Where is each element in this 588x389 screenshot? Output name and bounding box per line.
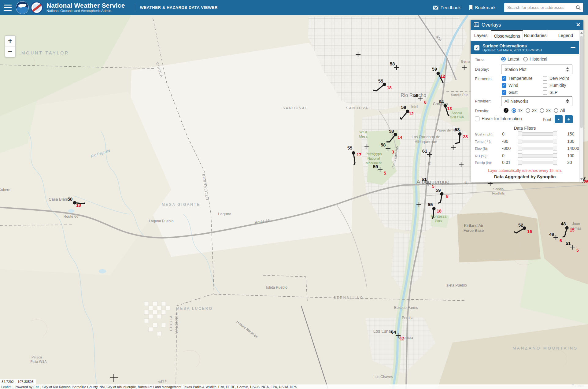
search-box <box>504 3 583 12</box>
station-temperature: 51 <box>566 241 571 246</box>
gust-filter-slider[interactable] <box>518 132 557 136</box>
map-label: Route 66 <box>64 214 79 219</box>
map-label: Laguna <box>218 212 231 216</box>
station-dot <box>394 133 397 136</box>
temp-filter-max: 130 <box>567 139 574 144</box>
rh-filter-max: 100 <box>567 153 574 158</box>
tab-boundaries[interactable]: Boundaries <box>523 30 548 41</box>
bookmark-icon <box>469 5 473 10</box>
station-dot <box>458 132 462 136</box>
precip-filter-min: 0.01 <box>502 160 510 165</box>
density-info-icon[interactable]: i <box>504 108 508 113</box>
map-label: MOUNT TAYLOR <box>21 50 69 55</box>
scroll-up-icon[interactable] <box>580 32 583 34</box>
panel-scrollbar[interactable] <box>579 30 583 182</box>
overlays-tabs: Layers Observations Boundaries Legend <box>471 30 583 41</box>
hover-info-checkbox[interactable]: Hover for Information <box>475 116 522 121</box>
elev-filter-max: 14000 <box>567 146 579 151</box>
gust-filter-min: 0 <box>502 132 505 136</box>
leaflet-link[interactable]: Leaflet <box>1 385 11 389</box>
map-label: National <box>368 157 380 160</box>
station-gust: 16 <box>527 229 532 234</box>
station-temperature: 64 <box>391 329 396 335</box>
tab-legend[interactable]: Legend <box>548 30 583 41</box>
elements-label: Elements: <box>475 76 493 81</box>
station-temperature: 58 <box>390 61 395 66</box>
feedback-button[interactable]: Feedback <box>433 5 461 10</box>
map-label: Kirtland Air <box>464 223 484 228</box>
display-select[interactable]: Station Plot <box>501 65 572 74</box>
scroll-down-icon[interactable] <box>580 178 583 180</box>
map-label: MESA GIGANTE <box>162 202 201 207</box>
station-temperature: 58 <box>381 142 386 147</box>
density-1x-radio[interactable]: 1x <box>512 108 523 113</box>
element-slp-checkbox[interactable]: SLP <box>543 90 557 95</box>
element-humidity-checkbox[interactable]: Humidity <box>543 83 566 88</box>
element-temperature-checkbox[interactable]: ✓Temperature <box>502 76 533 81</box>
font-increase-button[interactable]: + <box>565 115 573 123</box>
map-label: MANZANO MOUNTAINS <box>512 346 578 350</box>
element-gust-checkbox[interactable]: ✓Gust <box>502 90 518 95</box>
temp-filter-slider[interactable] <box>518 139 557 143</box>
map-label: MESA LUCERO <box>176 306 213 311</box>
station-gust: 5 <box>432 184 435 189</box>
bookmark-button[interactable]: Bookmark <box>469 5 496 10</box>
station-gust: 26 <box>584 179 588 184</box>
map-label: BERNALILLO <box>334 296 364 299</box>
provider-label: Provider: <box>475 99 491 103</box>
precip-filter-slider[interactable] <box>518 160 557 165</box>
search-input[interactable] <box>504 3 583 12</box>
provider-select[interactable]: All Networks <box>501 96 572 106</box>
overlays-icon <box>474 22 479 28</box>
scrollbar-thumb[interactable] <box>580 36 583 128</box>
station-temperature: 58 <box>455 127 460 132</box>
density-2x-radio[interactable]: 2x <box>526 108 537 113</box>
station-gust: 12 <box>400 336 405 341</box>
surface-observations-header: ✓ Surface Observations Updated: Sat Mar … <box>471 41 579 54</box>
elev-filter-min: -300 <box>502 146 511 151</box>
map-label: Isleta Pueblo <box>266 285 287 290</box>
esri-link[interactable]: Esri <box>33 385 39 389</box>
map-label: Intel <box>411 105 418 109</box>
elev-filter-slider[interactable] <box>518 146 557 150</box>
station-temperature: 58 <box>401 105 406 110</box>
radio-dot <box>523 57 528 61</box>
time-label: Time: <box>475 57 485 62</box>
map-label: Bosque Farms <box>394 306 418 310</box>
tab-layers[interactable]: Layers <box>471 30 491 41</box>
time-historical-radio[interactable]: Historical <box>523 57 547 61</box>
station-temperature: 48 <box>549 232 554 237</box>
tab-observations[interactable]: Observations <box>491 30 523 41</box>
close-icon[interactable]: ✕ <box>576 22 580 28</box>
map-label: Force Base <box>464 228 484 233</box>
element-dewpoint-checkbox[interactable]: Dew Point <box>543 76 569 81</box>
map-label: Los Lunas <box>373 329 393 334</box>
map-label: Laguna Pueblo <box>149 219 174 223</box>
zoom-in-button[interactable]: + <box>5 36 15 46</box>
app-header: National Weather Service National Oceani… <box>0 0 588 15</box>
search-icon[interactable] <box>576 5 581 11</box>
overlays-panel: Overlays ✕ Layers Observations Boundarie… <box>471 20 583 182</box>
time-latest-radio[interactable]: Latest <box>501 57 519 61</box>
rh-filter-min: 0 <box>502 153 505 158</box>
map-label: Petroglyph <box>366 152 382 156</box>
rh-filter-slider[interactable] <box>518 153 557 158</box>
map-label: Foothills <box>492 191 505 195</box>
surface-observations-checkbox[interactable]: ✓ <box>474 45 479 50</box>
zoom-out-button[interactable]: − <box>5 46 15 57</box>
overlays-titlebar[interactable]: Overlays ✕ <box>471 20 583 30</box>
station-temperature: 55 <box>428 202 433 207</box>
menu-icon[interactable] <box>4 5 12 11</box>
collapse-icon[interactable] <box>571 47 575 48</box>
density-3x-radio[interactable]: 3x <box>540 108 551 113</box>
station-temperature: 64 <box>439 99 444 104</box>
density-all-radio[interactable]: All <box>554 108 565 113</box>
element-wind-checkbox[interactable]: ✓Wind <box>502 83 518 88</box>
gust-filter-label: Gust (mph): <box>475 132 494 136</box>
map-label: Isleta Pueblo <box>446 283 467 287</box>
brand-title: National Weather Service <box>46 2 125 9</box>
app-title: WEATHER & HAZARDS DATA VIEWER <box>140 5 218 10</box>
station-gust: 12 <box>440 74 445 79</box>
font-decrease-button[interactable]: - <box>555 115 563 123</box>
rh-filter-label: RH (%): <box>475 154 487 158</box>
